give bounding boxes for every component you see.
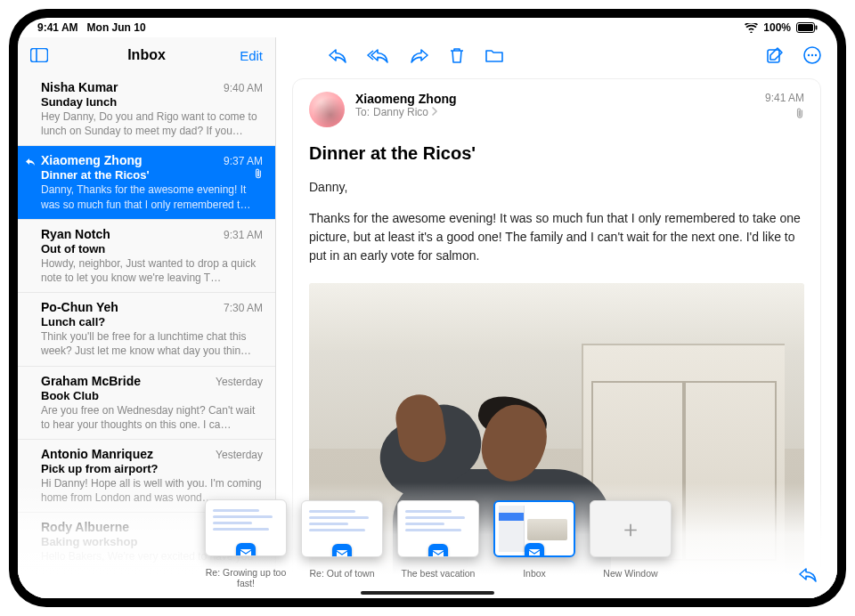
- svg-point-8: [808, 54, 810, 56]
- status-date: Mon Jun 10: [87, 21, 146, 34]
- forward-icon[interactable]: [410, 47, 429, 63]
- status-bar: 9:41 AM Mon Jun 10 100%: [18, 18, 837, 37]
- window-thumbnail[interactable]: Re: Out of town: [301, 500, 383, 589]
- message-time: 9:31 AM: [224, 229, 263, 241]
- message-item[interactable]: Ryan Notch9:31 AM Out of town Howdy, nei…: [18, 220, 275, 293]
- thumbnail-label: Re: Growing up too fast!: [205, 567, 287, 589]
- attachment-icon: [765, 108, 804, 122]
- wifi-icon: [745, 23, 758, 33]
- thumbnail-label: New Window: [603, 568, 657, 589]
- ipad-frame: 9:41 AM Mon Jun 10 100% •••: [9, 9, 846, 607]
- reply-icon[interactable]: [328, 47, 347, 63]
- message-subject: Out of town: [41, 242, 263, 255]
- message-preview: Danny, Thanks for the awesome evening! I…: [41, 182, 263, 211]
- svg-rect-12: [337, 550, 347, 557]
- thumbnail-label: Inbox: [523, 568, 546, 589]
- svg-rect-11: [240, 549, 251, 556]
- home-indicator[interactable]: [361, 591, 494, 595]
- mail-app-icon: [236, 543, 256, 556]
- replied-icon: [25, 155, 36, 171]
- message-subject: Lunch call?: [41, 315, 263, 328]
- move-folder-icon[interactable]: [484, 47, 504, 63]
- message-time: 9:37 AM: [224, 155, 263, 167]
- thumbnail-label: The best vacation: [402, 568, 476, 589]
- svg-rect-14: [529, 549, 540, 556]
- battery-percent: 100%: [763, 21, 791, 34]
- message-subject: Sunday lunch: [41, 95, 263, 109]
- message-item[interactable]: Graham McBrideYesterday Book Club Are yo…: [18, 367, 275, 440]
- to-line[interactable]: To: Danny Rico: [355, 106, 754, 118]
- to-label: To:: [355, 106, 370, 118]
- mail-app-icon: [525, 543, 544, 557]
- message-time: Yesterday: [216, 449, 263, 461]
- message-sender: Po-Chun Yeh: [41, 300, 118, 314]
- chevron-right-icon: [432, 106, 438, 118]
- sender-avatar[interactable]: [309, 92, 345, 127]
- mail-body: Danny, Thanks for the awesome evening! I…: [309, 178, 804, 278]
- mail-greeting: Danny,: [309, 178, 804, 197]
- mail-app-icon: [332, 544, 352, 557]
- message-item[interactable]: Po-Chun Yeh7:30 AM Lunch call? Think you…: [18, 293, 275, 366]
- svg-rect-2: [816, 26, 818, 30]
- mail-paragraph: Thanks for the awesome evening! It was s…: [309, 209, 804, 265]
- message-preview: Howdy, neighbor, Just wanted to drop a q…: [41, 256, 263, 285]
- svg-point-9: [811, 54, 813, 56]
- mail-subject: Dinner at the Ricos': [309, 143, 804, 164]
- message-subject: Dinner at the Ricos': [41, 168, 150, 182]
- mail-app-icon: [428, 544, 448, 557]
- screen: 9:41 AM Mon Jun 10 100% •••: [18, 18, 837, 598]
- message-preview: Think you'll be free for a lunchtime cha…: [41, 329, 263, 358]
- message-time: 7:30 AM: [224, 302, 263, 314]
- svg-rect-13: [433, 550, 444, 557]
- svg-point-10: [815, 54, 817, 56]
- sidebar-toggle-icon[interactable]: [30, 48, 48, 62]
- thumbnail-label: Re: Out of town: [310, 568, 375, 589]
- to-name: Danny Rico: [373, 106, 428, 118]
- reader-toolbar: [276, 37, 837, 73]
- mail-time: 9:41 AM: [765, 92, 804, 104]
- message-time: 9:40 AM: [224, 82, 263, 94]
- edit-button[interactable]: Edit: [240, 48, 263, 63]
- status-time: 9:41 AM: [37, 21, 78, 34]
- message-subject: Book Club: [41, 389, 263, 402]
- from-name[interactable]: Xiaomeng Zhong: [355, 92, 754, 106]
- message-time: Yesterday: [216, 376, 263, 388]
- message-preview: Hey Danny, Do you and Rigo want to come …: [41, 109, 263, 138]
- message-item-selected[interactable]: Xiaomeng Zhong 9:37 AM Dinner at the Ric…: [18, 146, 275, 219]
- message-item[interactable]: Nisha Kumar 9:40 AM Sunday lunch Hey Dan…: [18, 73, 275, 146]
- inbox-title: Inbox: [127, 47, 166, 63]
- compose-icon[interactable]: [766, 46, 784, 64]
- trash-icon[interactable]: [449, 46, 465, 64]
- message-preview: Are you free on Wednesday night? Can't w…: [41, 403, 263, 432]
- battery-icon: [796, 22, 818, 33]
- message-sender: Antonio Manriquez: [41, 447, 153, 461]
- message-subject: Pick up from airport?: [41, 462, 263, 475]
- message-sender: Graham McBride: [41, 374, 141, 388]
- message-sender: Xiaomeng Zhong: [41, 153, 142, 167]
- attachment-icon: [254, 168, 263, 181]
- reply-all-icon[interactable]: [367, 47, 390, 63]
- window-thumbnail-active[interactable]: Inbox: [493, 500, 575, 589]
- quick-reply-icon[interactable]: [798, 566, 818, 582]
- new-window-button[interactable]: ＋ New Window: [590, 500, 672, 589]
- svg-rect-1: [798, 24, 813, 31]
- window-thumbnail[interactable]: Re: Growing up too fast!: [205, 499, 287, 589]
- svg-rect-3: [31, 49, 48, 62]
- window-thumbnail[interactable]: The best vacation: [397, 500, 479, 589]
- message-sender: Ryan Notch: [41, 227, 110, 241]
- more-icon[interactable]: [803, 46, 821, 64]
- message-sender: Nisha Kumar: [41, 80, 118, 94]
